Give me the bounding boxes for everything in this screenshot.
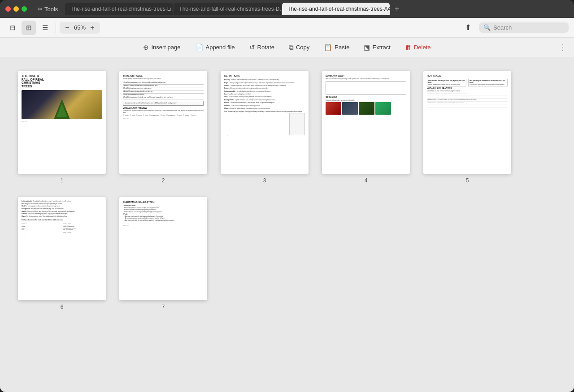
page4-img2 (342, 102, 358, 115)
page5-hot-takes: Real Christmas trees are just trees. The… (427, 79, 508, 86)
page2-box: If you were to make an artificial Christ… (123, 101, 204, 106)
pages-row-1: THE RISE & FALL OF REAL CHRISTMAS TREES … (18, 71, 556, 184)
toolbar-right: ⬆ 🔍 (461, 21, 569, 35)
page3-heading: DEFINITIONS (224, 74, 305, 78)
tab-label: The-rise-and-fall-of-real-christmas-tree… (70, 6, 173, 12)
page-number-5: 5 (466, 177, 469, 184)
page3-article-box (289, 113, 305, 135)
overflow-icon: ⋮ (559, 43, 567, 52)
page2-lines: 1. Real Christmas trees are more environ… (123, 82, 204, 99)
close-button[interactable] (5, 6, 11, 12)
extract-icon: ⬔ (364, 43, 370, 52)
tree-shape (54, 99, 70, 119)
zoom-plus-button[interactable]: + (87, 23, 97, 33)
page-thumb-3[interactable]: DEFINITIONS Mockery – Speech or behaviou… (221, 71, 309, 174)
page1-title: THE RISE & FALL OF REAL CHRISTMAS TREES (22, 74, 102, 88)
page-wrapper-4: SUMMARY SWAP Write a 3-sentence summary,… (322, 71, 410, 184)
page4-write-box (326, 81, 406, 95)
page1-footer: Lesson © ESL (22, 121, 102, 122)
page4-img4 (375, 102, 391, 115)
toolbar: ⊟ ⊞ ☰ − 65% + ⬆ 🔍 (0, 18, 574, 38)
page7-footer: Lesson © ESL (123, 225, 204, 226)
share-icon: ⬆ (465, 23, 471, 32)
page-thumb-2[interactable]: TRUE OR FALSE Decide whether these state… (119, 71, 207, 174)
tab-label: The-rise-and-fall-of-real-christmas-tree… (179, 6, 281, 12)
page-wrapper-7: CHRISTMAS SALES PITCH 1. Form Two Teams:… (119, 197, 207, 310)
tools-icon: ✂ (38, 6, 43, 13)
insert-page-icon: ⊕ (143, 43, 149, 52)
list-view-button[interactable]: ☰ (38, 21, 52, 35)
page-thumb-1[interactable]: THE RISE & FALL OF REAL CHRISTMAS TREES … (18, 71, 106, 174)
pages-row-2: Indistinguishable: The artificial tree l… (18, 197, 556, 310)
page4-img1 (326, 102, 341, 115)
minimize-button[interactable] (13, 6, 19, 12)
zoom-value: 65% (73, 24, 87, 31)
paste-button[interactable]: 📋 Paste (320, 42, 353, 53)
page-wrapper-6: Indistinguishable: The artificial tree l… (18, 197, 106, 310)
page7-heading: CHRISTMAS SALES PITCH (123, 201, 204, 204)
tab-3[interactable]: The-rise-and-fall-of-real-christmas-tree… (282, 3, 390, 15)
page4-speak-heading: SPEAKING (326, 96, 406, 99)
search-input[interactable] (493, 24, 564, 31)
actionbar: ⊕ Insert page 📄 Append file ↺ Rotate ⧉ C… (0, 38, 574, 57)
page4-img3 (359, 102, 374, 115)
zoom-control[interactable]: − 65% + (60, 22, 100, 34)
page-wrapper-2: TRUE OR FALSE Decide whether these state… (119, 71, 207, 184)
grid-view-button[interactable]: ⊞ (22, 21, 36, 35)
tools-button[interactable]: ✂ Tools (34, 5, 61, 13)
add-tab-button[interactable]: + (391, 3, 403, 15)
pages-area: THE RISE & FALL OF REAL CHRISTMAS TREES … (0, 57, 574, 392)
traffic-lights (5, 6, 27, 12)
rotate-button[interactable]: ↺ Rotate (246, 42, 278, 53)
append-file-icon: 📄 (195, 43, 204, 52)
page3-footer: Lesson © ESL (224, 135, 305, 137)
insert-page-button[interactable]: ⊕ Insert page (139, 42, 184, 53)
page-number-4: 4 (365, 177, 368, 184)
append-file-button[interactable]: 📄 Append file (191, 42, 239, 53)
copy-icon: ⧉ (289, 43, 294, 52)
page4-images (326, 102, 406, 115)
share-button[interactable]: ⬆ (461, 21, 475, 35)
page3-defs: Mockery – Speech or behaviour that makes… (224, 79, 305, 110)
page-thumb-7[interactable]: CHRISTMAS SALES PITCH 1. Form Two Teams:… (119, 197, 207, 300)
page2-checkboxes: ☐ mockery ☐ pagan ☐ revives ☐ adorn ☐ in… (123, 115, 204, 116)
page-thumb-4[interactable]: SUMMARY SWAP Write a 3-sentence summary,… (322, 71, 410, 174)
zoom-minus-button[interactable]: − (62, 23, 72, 33)
page1-image: · · · · · · · (22, 90, 102, 119)
tab-2[interactable]: The-rise-and-fall-of-real-christmas-tree… (174, 3, 281, 15)
delete-button[interactable]: 🗑 Delete (401, 42, 435, 53)
tab-label: The-rise-and-fall-of-real-christmas-tree… (287, 6, 390, 12)
copy-button[interactable]: ⧉ Copy (285, 42, 313, 53)
page-wrapper-3: DEFINITIONS Mockery – Speech or behaviou… (221, 71, 309, 184)
toolbar-left: ⊟ ⊞ ☰ − 65% + (5, 21, 100, 35)
page-number-6: 6 (61, 304, 64, 310)
trash-icon: 🗑 (405, 43, 412, 51)
page-number-2: 2 (162, 177, 165, 184)
search-box: 🔍 (479, 22, 569, 33)
tab-1[interactable]: The-rise-and-fall-of-real-christmas-tree… (65, 3, 173, 15)
page2-footer: Lesson © ESL (123, 118, 204, 119)
titlebar: ✂ Tools The-rise-and-fall-of-real-christ… (0, 0, 574, 18)
extract-button[interactable]: ⬔ Extract (360, 42, 394, 53)
search-icon: 🔍 (483, 24, 491, 31)
page-thumb-5[interactable]: HOT TAKES Real Christmas trees are just … (423, 71, 511, 174)
page6-table: subject of ... mockery · leather lucky .… (22, 223, 102, 235)
page-thumb-6[interactable]: Indistinguishable: The artificial tree l… (18, 197, 106, 300)
page5-heading: HOT TAKES (427, 74, 508, 78)
fullscreen-button[interactable] (22, 6, 27, 12)
grid-icon: ⊞ (26, 24, 32, 32)
page5-footer: Lesson © ESL (427, 109, 508, 111)
page-number-7: 7 (162, 304, 165, 310)
page-wrapper-1: THE RISE & FALL OF REAL CHRISTMAS TREES … (18, 71, 106, 184)
page-number-1: 1 (61, 177, 64, 184)
paste-icon: 📋 (324, 43, 332, 52)
list-icon: ☰ (42, 24, 48, 32)
page4-footer: Lesson © ESL · 4 (326, 116, 406, 118)
page6-footer: Lesson © ESL · 6 (22, 237, 102, 239)
page4-heading: SUMMARY SWAP (326, 74, 406, 78)
lights: · · · · · · · (22, 94, 102, 96)
tabs-area: The-rise-and-fall-of-real-christmas-tree… (65, 3, 569, 15)
rotate-icon: ↺ (249, 43, 255, 52)
page2-heading: TRUE OR FALSE (123, 74, 204, 78)
sidebar-toggle-button[interactable]: ⊟ (5, 21, 20, 35)
